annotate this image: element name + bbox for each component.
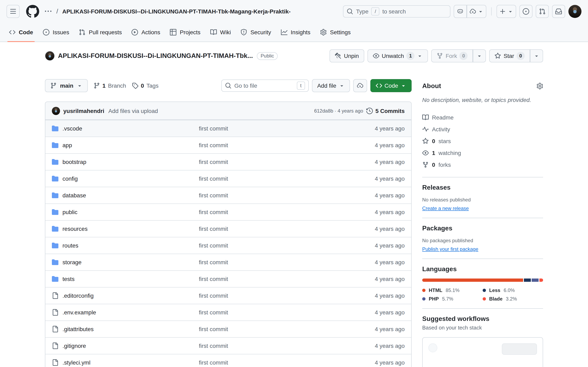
file-commit-link[interactable]: first commit	[199, 309, 228, 316]
branches-link[interactable]: 1Branch	[93, 82, 126, 89]
tab-security[interactable]: Security	[237, 23, 275, 42]
star-menu-button[interactable]	[530, 49, 543, 62]
table-row[interactable]: storagefirst commit4 years ago	[45, 254, 411, 270]
tab-pull-requests[interactable]: Pull requests	[75, 23, 126, 42]
create-new-button[interactable]	[497, 5, 516, 18]
repo-title[interactable]: APLIKASI-FORUM-DISKUSI--Di-LINGKUNGAN-PT…	[58, 52, 253, 59]
tab-code[interactable]: Code	[5, 23, 37, 42]
file-commit-link[interactable]: first commit	[199, 175, 228, 182]
table-row[interactable]: .env.examplefirst commit4 years ago	[45, 304, 411, 320]
file-name-link[interactable]: storage	[62, 259, 81, 266]
breadcrumb-repo-link[interactable]: APLIKASI-FORUM-DISKUSI--Di-LINGKUNGAN-PT…	[62, 8, 291, 15]
watchers-link[interactable]: 1watching	[422, 147, 543, 159]
table-row[interactable]: appfirst commit4 years ago	[45, 137, 411, 153]
language-item[interactable]: HTML85.1%	[422, 287, 483, 293]
your-issues-button[interactable]	[519, 5, 532, 18]
table-row[interactable]: .editorconfigfirst commit4 years ago	[45, 287, 411, 304]
global-search-input[interactable]: Type / to search	[343, 5, 450, 17]
file-commit-link[interactable]: first commit	[199, 359, 228, 366]
commit-message[interactable]: Add files via upload	[108, 108, 158, 114]
file-name-link[interactable]: public	[62, 209, 77, 215]
file-commit-link[interactable]: first commit	[199, 125, 228, 132]
file-commit-link[interactable]: first commit	[199, 242, 228, 249]
file-commit-link[interactable]: first commit	[199, 326, 228, 332]
breadcrumb-more-button[interactable]	[44, 8, 52, 15]
file-name-link[interactable]: app	[62, 142, 72, 149]
commit-author-avatar[interactable]	[52, 107, 60, 115]
user-avatar[interactable]	[568, 5, 581, 18]
file-name-link[interactable]: resources	[62, 225, 87, 232]
fork-button[interactable]: Fork0	[432, 49, 473, 62]
file-name-link[interactable]: .editorconfig	[62, 292, 94, 299]
file-commit-link[interactable]: first commit	[199, 192, 228, 199]
copilot-menu-button[interactable]	[467, 5, 486, 18]
repo-owner-avatar[interactable]	[45, 51, 55, 61]
tab-settings[interactable]: Settings	[316, 23, 355, 42]
table-row[interactable]: .gitignorefirst commit4 years ago	[45, 337, 411, 354]
commit-author[interactable]: yusrilmahendri	[63, 108, 104, 114]
table-row[interactable]: .gitattributesfirst commit4 years ago	[45, 320, 411, 337]
your-pull-requests-button[interactable]	[536, 5, 549, 18]
file-name-link[interactable]: database	[62, 192, 86, 199]
readme-link[interactable]: Readme	[422, 111, 543, 123]
file-name-link[interactable]: .vscode	[62, 125, 82, 132]
table-row[interactable]: configfirst commit4 years ago	[45, 170, 411, 187]
global-nav-menu-button[interactable]	[7, 5, 20, 18]
stars-link[interactable]: 0stars	[422, 135, 543, 147]
file-commit-link[interactable]: first commit	[199, 342, 228, 349]
file-commit-link[interactable]: first commit	[199, 209, 228, 215]
tab-projects[interactable]: Projects	[166, 23, 205, 42]
create-release-link[interactable]: Create a new release	[422, 206, 469, 211]
file-commit-link[interactable]: first commit	[199, 225, 228, 232]
go-to-file-input[interactable]: Go to file t	[221, 80, 309, 92]
file-name-link[interactable]: config	[62, 175, 78, 182]
star-button[interactable]: Star0	[489, 49, 530, 62]
tab-issues[interactable]: Issues	[39, 23, 73, 42]
file-name-link[interactable]: bootstrap	[62, 159, 86, 165]
file-name-link[interactable]: .env.example	[62, 309, 96, 316]
activity-link[interactable]: Activity	[422, 123, 543, 135]
forks-link[interactable]: 0forks	[422, 159, 543, 170]
table-row[interactable]: publicfirst commit4 years ago	[45, 203, 411, 220]
add-file-button[interactable]: Add file	[312, 79, 350, 92]
file-name-link[interactable]: .gitattributes	[62, 326, 94, 332]
table-row[interactable]: testsfirst commit4 years ago	[45, 270, 411, 287]
table-row[interactable]: bootstrapfirst commit4 years ago	[45, 153, 411, 170]
workflow-card[interactable]	[422, 337, 543, 367]
tags-link[interactable]: 0Tags	[132, 82, 159, 89]
file-commit-link[interactable]: first commit	[199, 292, 228, 299]
file-name-link[interactable]: .gitignore	[62, 342, 86, 349]
file-name-link[interactable]: tests	[62, 276, 75, 282]
unwatch-button[interactable]: Unwatch1	[367, 49, 428, 62]
codespaces-button[interactable]	[353, 79, 367, 92]
table-row[interactable]: .styleci.ymlfirst commit4 years ago	[45, 354, 411, 367]
table-row[interactable]: routesfirst commit4 years ago	[45, 237, 411, 254]
language-item[interactable]: PHP5.7%	[422, 296, 483, 302]
table-row[interactable]: resourcesfirst commit4 years ago	[45, 220, 411, 237]
language-item[interactable]: Less6.0%	[483, 287, 543, 293]
file-commit-link[interactable]: first commit	[199, 276, 228, 282]
unpin-button[interactable]: Unpin	[330, 49, 364, 62]
workflow-configure-button[interactable]	[502, 343, 537, 355]
file-name-link[interactable]: routes	[62, 242, 78, 249]
tab-insights[interactable]: Insights	[277, 23, 315, 42]
publish-package-link[interactable]: Publish your first package	[422, 246, 478, 252]
tab-wiki[interactable]: Wiki	[206, 23, 235, 42]
table-row[interactable]: databasefirst commit4 years ago	[45, 187, 411, 203]
edit-about-button[interactable]	[536, 83, 543, 89]
code-button[interactable]: Code	[370, 79, 412, 92]
copilot-button[interactable]	[454, 5, 467, 18]
table-row[interactable]: .vscodefirst commit4 years ago	[45, 120, 411, 137]
file-name-link[interactable]: .styleci.yml	[62, 359, 90, 366]
file-commit-link[interactable]: first commit	[199, 259, 228, 266]
language-item[interactable]: Blade3.2%	[483, 296, 543, 302]
branch-selector[interactable]: main	[45, 79, 87, 92]
file-commit-link[interactable]: first commit	[199, 159, 228, 165]
commit-sha-time[interactable]: 612da8b · 4 years ago	[314, 108, 363, 114]
tab-actions[interactable]: Actions	[128, 23, 164, 42]
github-logo[interactable]	[26, 5, 39, 18]
inbox-button[interactable]	[552, 5, 565, 18]
fork-menu-button[interactable]	[473, 49, 486, 62]
file-commit-link[interactable]: first commit	[199, 142, 228, 149]
commit-history-link[interactable]: 5 Commits	[366, 108, 405, 114]
